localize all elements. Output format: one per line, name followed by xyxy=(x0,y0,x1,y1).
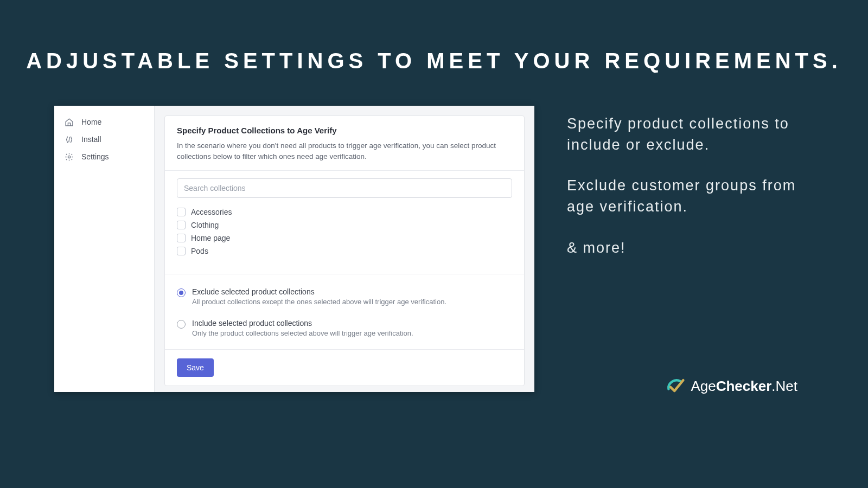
marketing-copy: Specify product collections to include o… xyxy=(567,106,814,278)
collection-item[interactable]: Home page xyxy=(177,232,512,245)
brand-logo: AgeChecker.Net xyxy=(666,376,797,396)
copy-paragraph-2: Exclude customer groups from age verific… xyxy=(567,175,814,217)
radio-button[interactable] xyxy=(177,320,186,329)
card-header: Specify Product Collections to Age Verif… xyxy=(165,116,524,170)
svg-point-0 xyxy=(68,156,70,158)
checkbox[interactable] xyxy=(177,208,186,216)
sidebar-item-label: Settings xyxy=(81,152,109,161)
sidebar-item-label: Install xyxy=(81,135,101,144)
radio-label: Include selected product collections xyxy=(192,319,413,328)
save-button[interactable]: Save xyxy=(177,358,214,377)
sidebar-item-settings[interactable]: Settings xyxy=(54,148,154,165)
radio-include[interactable]: Include selected product collections Onl… xyxy=(177,316,512,339)
copy-paragraph-3: & more! xyxy=(567,237,814,259)
card-body-radios: Exclude selected product collections All… xyxy=(165,274,524,349)
card-description: In the scenario where you don't need all… xyxy=(177,140,512,163)
collection-label: Home page xyxy=(191,234,230,242)
sidebar: Home Install Settings xyxy=(54,106,155,392)
radio-button[interactable] xyxy=(177,288,186,297)
brand-text-part2: Checker xyxy=(716,378,772,394)
sidebar-item-home[interactable]: Home xyxy=(54,113,154,131)
collection-item[interactable]: Accessories xyxy=(177,206,512,219)
sidebar-item-install[interactable]: Install xyxy=(54,131,154,148)
card-title: Specify Product Collections to Age Verif… xyxy=(177,126,512,135)
radio-sublabel: Only the product collections selected ab… xyxy=(192,329,413,337)
app-window: Home Install Settings Specify Product Co… xyxy=(54,106,534,392)
main-row: Home Install Settings Specify Product Co… xyxy=(0,73,868,392)
collection-label: Clothing xyxy=(191,221,219,229)
brand-text-part3: .Net xyxy=(771,378,797,394)
sidebar-item-label: Home xyxy=(81,118,101,126)
hero-title: ADJUSTABLE SETTINGS TO MEET YOUR REQUIRE… xyxy=(0,0,868,73)
checkbox[interactable] xyxy=(177,234,186,242)
home-icon xyxy=(64,117,74,127)
brand-checkmark-icon xyxy=(666,376,685,396)
collection-label: Pods xyxy=(191,247,208,255)
brand-text: AgeChecker.Net xyxy=(691,378,797,395)
content-area: Specify Product Collections to Age Verif… xyxy=(155,106,534,392)
radio-exclude[interactable]: Exclude selected product collections All… xyxy=(177,284,512,316)
gear-icon xyxy=(64,152,74,162)
collection-label: Accessories xyxy=(191,208,232,216)
brand-text-part1: Age xyxy=(691,378,716,394)
card-footer: Save xyxy=(165,349,524,386)
card-body-collections: Accessories Clothing Home page Pods xyxy=(165,170,524,274)
radio-label: Exclude selected product collections xyxy=(192,287,446,296)
collection-item[interactable]: Pods xyxy=(177,245,512,258)
settings-card: Specify Product Collections to Age Verif… xyxy=(164,115,525,386)
radio-sublabel: All product collections except the ones … xyxy=(192,298,446,306)
collection-item[interactable]: Clothing xyxy=(177,219,512,232)
checkbox[interactable] xyxy=(177,221,186,229)
copy-paragraph-1: Specify product collections to include o… xyxy=(567,113,814,156)
code-icon xyxy=(64,134,74,144)
search-collections-input[interactable] xyxy=(177,178,512,198)
checkbox[interactable] xyxy=(177,247,186,255)
